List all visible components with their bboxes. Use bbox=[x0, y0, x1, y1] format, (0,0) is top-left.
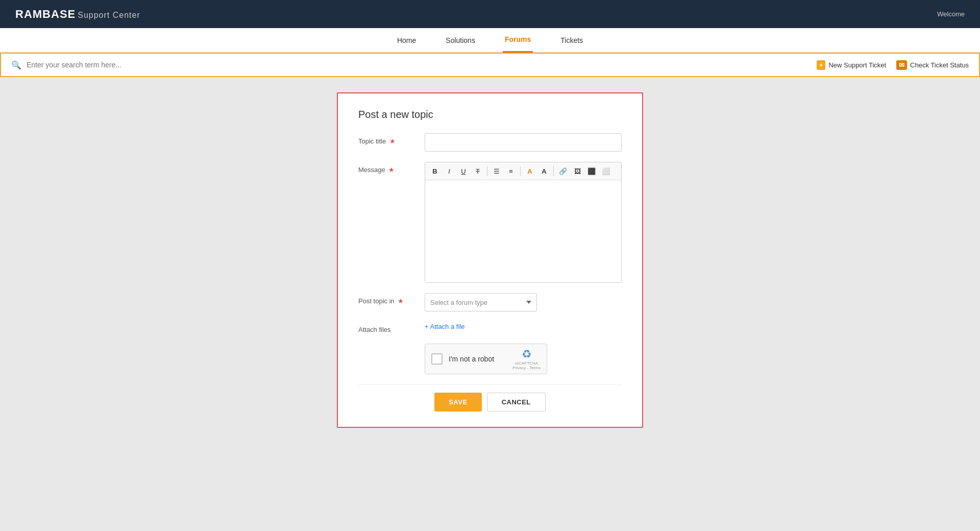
required-star-title: ★ bbox=[389, 137, 396, 145]
header: RAMBASESupport Center Welcome bbox=[0, 0, 980, 28]
forum-type-field: Select a forum type bbox=[425, 293, 622, 311]
message-input[interactable] bbox=[425, 180, 621, 282]
main-content: Post a new topic Topic title ★ Message ★… bbox=[0, 77, 980, 443]
logo-area: RAMBASESupport Center bbox=[15, 8, 140, 21]
recaptcha-logo: ♻ reCAPTCHA Privacy - Terms bbox=[512, 348, 541, 370]
check-status-icon: ✉ bbox=[896, 60, 907, 70]
forum-type-select[interactable]: Select a forum type bbox=[425, 293, 537, 311]
new-ticket-icon: + bbox=[817, 60, 826, 70]
search-actions: + New Support Ticket ✉ Check Ticket Stat… bbox=[817, 60, 969, 70]
media-button[interactable]: ⬛ bbox=[585, 164, 598, 178]
recaptcha-sub: Privacy - Terms bbox=[512, 366, 541, 370]
form-divider bbox=[358, 384, 622, 385]
nav-solutions[interactable]: Solutions bbox=[444, 28, 477, 53]
message-row: Message ★ B I U T ☰ ≡ A A bbox=[358, 162, 622, 283]
form-buttons: SAVE CANCEL bbox=[358, 393, 622, 412]
attach-files-field: + Attach a file bbox=[425, 322, 622, 331]
logo-support: Support Center bbox=[78, 11, 140, 19]
attach-file-link[interactable]: + Attach a file bbox=[425, 323, 464, 330]
search-bar: 🔍 + New Support Ticket ✉ Check Ticket St… bbox=[0, 53, 980, 77]
new-ticket-button[interactable]: + New Support Ticket bbox=[817, 60, 886, 70]
link-button[interactable]: 🔗 bbox=[556, 164, 570, 178]
recaptcha-icon: ♻ bbox=[522, 348, 532, 361]
captcha-checkbox[interactable] bbox=[431, 353, 443, 365]
save-button[interactable]: SAVE bbox=[434, 393, 481, 412]
topic-title-input[interactable] bbox=[425, 133, 622, 152]
image-button[interactable]: 🖼 bbox=[571, 164, 584, 178]
required-star-forum: ★ bbox=[398, 297, 404, 305]
search-icon: 🔍 bbox=[11, 60, 21, 70]
topic-title-label: Topic title ★ bbox=[358, 133, 414, 145]
topic-title-row: Topic title ★ bbox=[358, 133, 622, 152]
cancel-button[interactable]: CANCEL bbox=[487, 393, 546, 412]
underline-button[interactable]: U bbox=[457, 164, 470, 178]
attach-files-label: Attach files bbox=[358, 322, 414, 333]
code-button[interactable]: ⬜ bbox=[599, 164, 612, 178]
welcome-text: Welcome bbox=[937, 10, 965, 18]
new-ticket-label: New Support Ticket bbox=[828, 61, 886, 69]
nav-bar: Home Solutions Forums Tickets bbox=[0, 28, 980, 53]
captcha-label: I'm not a robot bbox=[449, 355, 506, 363]
ordered-list-button[interactable]: ≡ bbox=[504, 164, 518, 178]
post-topic-in-row: Post topic in ★ Select a forum type bbox=[358, 293, 622, 311]
recaptcha-text: reCAPTCHA bbox=[515, 361, 538, 366]
bold-button[interactable]: B bbox=[428, 164, 442, 178]
search-input[interactable] bbox=[27, 61, 812, 69]
strikethrough-button[interactable]: T bbox=[471, 164, 484, 178]
editor-toolbar: B I U T ☰ ≡ A A 🔗 🖼 ⬛ ⬜ bbox=[425, 162, 621, 180]
unordered-list-button[interactable]: ☰ bbox=[490, 164, 503, 178]
required-star-message: ★ bbox=[388, 166, 395, 174]
recaptcha-box: I'm not a robot ♻ reCAPTCHA Privacy - Te… bbox=[425, 344, 547, 374]
rich-text-editor: B I U T ☰ ≡ A A 🔗 🖼 ⬛ ⬜ bbox=[425, 162, 622, 283]
form-title: Post a new topic bbox=[358, 109, 622, 120]
nav-tickets[interactable]: Tickets bbox=[558, 28, 585, 53]
text-color-button[interactable]: A bbox=[523, 164, 536, 178]
recaptcha-container: I'm not a robot ♻ reCAPTCHA Privacy - Te… bbox=[425, 344, 622, 374]
message-label: Message ★ bbox=[358, 162, 414, 174]
post-topic-form: Post a new topic Topic title ★ Message ★… bbox=[337, 92, 643, 428]
topic-title-field bbox=[425, 133, 622, 152]
message-field: B I U T ☰ ≡ A A 🔗 🖼 ⬛ ⬜ bbox=[425, 162, 622, 283]
check-status-label: Check Ticket Status bbox=[910, 61, 969, 69]
logo-rambase: RAMBASE bbox=[15, 8, 76, 20]
post-topic-in-label: Post topic in ★ bbox=[358, 293, 414, 305]
separator-1 bbox=[487, 166, 487, 176]
separator-3 bbox=[553, 166, 554, 176]
check-status-button[interactable]: ✉ Check Ticket Status bbox=[896, 60, 969, 70]
italic-button[interactable]: I bbox=[443, 164, 456, 178]
nav-home[interactable]: Home bbox=[395, 28, 418, 53]
logo-text: RAMBASESupport Center bbox=[15, 8, 140, 21]
text-bg-button[interactable]: A bbox=[537, 164, 551, 178]
nav-forums[interactable]: Forums bbox=[503, 28, 533, 53]
attach-files-row: Attach files + Attach a file bbox=[358, 322, 622, 333]
separator-2 bbox=[520, 166, 521, 176]
